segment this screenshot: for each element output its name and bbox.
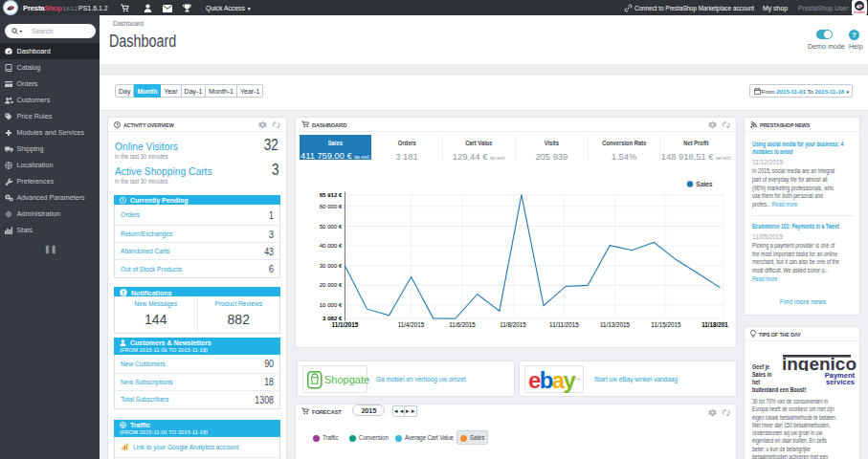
- svg-text:3 082 €: 3 082 €: [323, 315, 343, 321]
- svg-text:60 000 €: 60 000 €: [320, 203, 343, 209]
- svg-text:11/1/2015: 11/1/2015: [332, 321, 359, 328]
- svg-text:50 000 €: 50 000 €: [320, 223, 343, 230]
- svg-text:11/8/2015: 11/8/2015: [500, 321, 526, 328]
- svg-text:PrestaShop: PrestaShop: [854, 11, 865, 14]
- svg-text:11/13/2015: 11/13/2015: [600, 321, 631, 328]
- svg-text:11/18/201: 11/18/201: [701, 321, 728, 328]
- svg-text:11/4/2015: 11/4/2015: [398, 321, 425, 328]
- svg-text:30 000 €: 30 000 €: [320, 262, 343, 269]
- svg-text:40 000 €: 40 000 €: [320, 242, 343, 249]
- svg-text:Sales: Sales: [696, 181, 713, 187]
- svg-text:ingenico: ingenico: [782, 355, 857, 371]
- svg-text:11/15/2015: 11/15/2015: [651, 321, 681, 328]
- svg-text:10 000 €: 10 000 €: [320, 301, 343, 308]
- svg-text:20 000 €: 20 000 €: [320, 281, 343, 288]
- svg-text:11/6/2015: 11/6/2015: [449, 321, 476, 328]
- svg-text:65 912 €: 65 912 €: [320, 191, 343, 198]
- svg-text:11/11/2015: 11/11/2015: [549, 321, 579, 328]
